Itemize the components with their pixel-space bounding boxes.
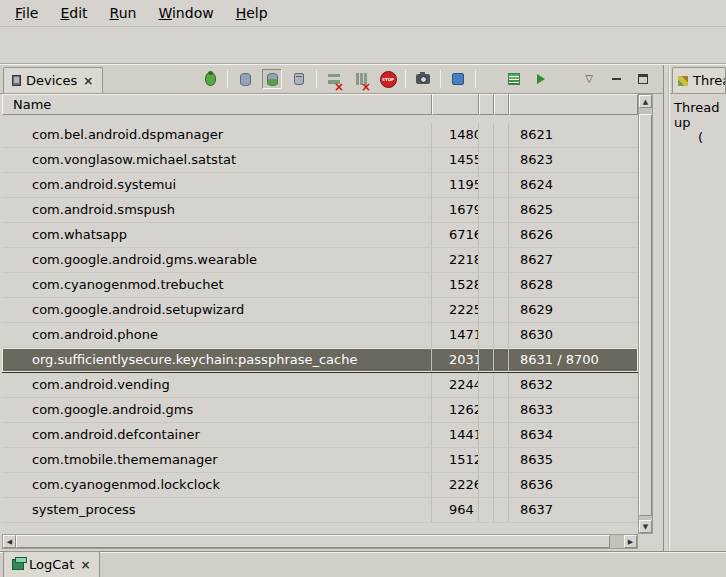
cell-empty-1 — [479, 423, 494, 447]
stop-process-icon[interactable]: STOP — [378, 69, 398, 89]
table-row[interactable]: com.android.phone 1471 8630 — [2, 323, 638, 348]
logcat-tab-label: LogCat — [29, 557, 74, 572]
view-menu-icon[interactable]: ▽ — [579, 69, 599, 89]
column-header-3[interactable] — [479, 94, 494, 115]
cell-port: 8623 — [509, 148, 638, 172]
menu-run[interactable]: Run — [101, 2, 146, 24]
table-row[interactable]: com.bel.android.dspmanager 1480 8621 — [2, 123, 638, 148]
horizontal-scroll-thumb[interactable] — [16, 535, 610, 548]
table-row[interactable]: com.whatsapp 6716 8626 — [2, 223, 638, 248]
table-row[interactable]: com.google.android.setupwizard 22250 862… — [2, 298, 638, 323]
threads-message: Thread up ( — [670, 94, 726, 551]
systrace-icon[interactable] — [504, 69, 524, 89]
cell-empty-2 — [494, 223, 509, 247]
devices-tab-label: Devices — [26, 73, 77, 88]
method-profiling-icon[interactable] — [351, 69, 371, 89]
cell-empty-2 — [494, 448, 509, 472]
device-table-rows: com.bel.android.dspmanager 1480 8621 com… — [2, 115, 638, 534]
menu-file[interactable]: File — [6, 2, 47, 24]
cell-empty-1 — [479, 198, 494, 222]
cell-empty-2 — [494, 373, 509, 397]
cell-pid: 6716 — [432, 223, 479, 247]
table-row[interactable]: com.android.defcontainer 14411 8634 — [2, 423, 638, 448]
table-row[interactable]: com.cyanogenmod.trebuchet 1528 8628 — [2, 273, 638, 298]
tab-threads[interactable]: Threads — [672, 67, 726, 93]
close-icon[interactable]: × — [79, 558, 91, 572]
column-header-4[interactable] — [494, 94, 509, 115]
cell-pid: 20311 — [432, 348, 479, 372]
minimize-icon[interactable] — [606, 69, 626, 89]
cell-empty-1 — [479, 298, 494, 322]
table-row[interactable]: com.google.android.gms 12623 8633 — [2, 398, 638, 423]
table-row[interactable]: com.android.systemui 1195 8624 — [2, 173, 638, 198]
cell-pid: 12623 — [432, 398, 479, 422]
vertical-scroll-track[interactable] — [639, 108, 652, 520]
cause-gc-icon[interactable] — [289, 69, 309, 89]
table-row[interactable]: com.cyanogenmod.lockclock 22265 8636 — [2, 473, 638, 498]
main-area: Devices × STOP — [0, 64, 726, 551]
cell-port: 8636 — [509, 473, 638, 497]
table-row[interactable]: com.tmobile.thememanager 1512 8635 — [2, 448, 638, 473]
cell-port: 8629 — [509, 298, 638, 322]
cell-name: com.cyanogenmod.trebuchet — [2, 273, 432, 297]
scroll-down-icon[interactable]: ▼ — [639, 520, 652, 533]
cell-pid: 22185 — [432, 248, 479, 272]
toolbar-separator — [440, 70, 441, 88]
threads-message-line2: ( — [674, 130, 724, 145]
cell-empty-2 — [494, 148, 509, 172]
cell-empty-1 — [479, 323, 494, 347]
menu-window[interactable]: Window — [149, 2, 222, 24]
horizontal-scrollbar[interactable]: ◀ ▶ — [2, 534, 638, 549]
cell-pid: 14411 — [432, 423, 479, 447]
update-heap-icon[interactable] — [235, 69, 255, 89]
cell-empty-1 — [479, 273, 494, 297]
table-row[interactable]: com.android.vending 22440 8632 — [2, 373, 638, 398]
tab-logcat[interactable]: LogCat × — [3, 551, 100, 577]
dump-hprof-icon[interactable] — [262, 69, 282, 89]
menu-help[interactable]: Help — [227, 2, 277, 24]
view-hierarchy-icon[interactable] — [448, 69, 468, 89]
debug-process-icon[interactable] — [200, 69, 220, 89]
column-header-port[interactable] — [509, 94, 638, 115]
table-row[interactable]: com.android.smspush 1679 8625 — [2, 198, 638, 223]
maximize-icon[interactable] — [633, 69, 653, 89]
scroll-left-icon[interactable]: ◀ — [3, 535, 16, 548]
vertical-scroll-thumb[interactable] — [639, 114, 652, 516]
vertical-scrollbar[interactable]: ▲ ▼ — [638, 94, 653, 534]
tab-devices[interactable]: Devices × — [3, 67, 103, 93]
screen-capture-icon[interactable] — [413, 69, 433, 89]
update-threads-icon[interactable] — [324, 69, 344, 89]
threads-tab-label: Threads — [693, 73, 726, 88]
opengl-trace-icon[interactable] — [531, 69, 551, 89]
cell-pid: 22440 — [432, 373, 479, 397]
column-header-pid[interactable] — [432, 94, 479, 115]
scroll-right-icon[interactable]: ▶ — [624, 535, 637, 548]
cell-name: com.bel.android.dspmanager — [2, 123, 432, 147]
scroll-up-icon[interactable]: ▲ — [639, 95, 652, 108]
cell-name: com.google.android.gms.wearable — [2, 248, 432, 272]
cell-port: 8621 — [509, 123, 638, 147]
cell-port: 8627 — [509, 248, 638, 272]
cell-empty-2 — [494, 498, 509, 522]
table-row[interactable]: system_process 964 8637 — [2, 498, 638, 523]
menu-edit[interactable]: Edit — [51, 2, 96, 24]
table-row[interactable]: com.google.android.gms.wearable 22185 86… — [2, 248, 638, 273]
cell-empty-1 — [479, 373, 494, 397]
cell-empty-1 — [479, 248, 494, 272]
cell-pid: 1480 — [432, 123, 479, 147]
cell-pid: 1512 — [432, 448, 479, 472]
cell-port: 8635 — [509, 448, 638, 472]
column-header-name[interactable]: Name — [2, 94, 432, 115]
menu-bar: FileEditRunWindowHelp — [0, 0, 726, 27]
cell-name: com.android.vending — [2, 373, 432, 397]
devices-panel: Devices × STOP — [0, 65, 664, 551]
table-row[interactable]: org.sufficientlysecure.keychain:passphra… — [2, 348, 638, 373]
close-icon[interactable]: × — [82, 74, 94, 88]
table-row[interactable]: com.vonglasow.michael.satstat 14553 8623 — [2, 148, 638, 173]
cell-empty-2 — [494, 323, 509, 347]
trash-icon — [294, 73, 304, 85]
cell-pid: 964 — [432, 498, 479, 522]
cell-port: 8625 — [509, 198, 638, 222]
horizontal-scroll-track[interactable] — [16, 535, 624, 548]
horizontal-scroll-area: ◀ ▶ — [2, 534, 653, 549]
